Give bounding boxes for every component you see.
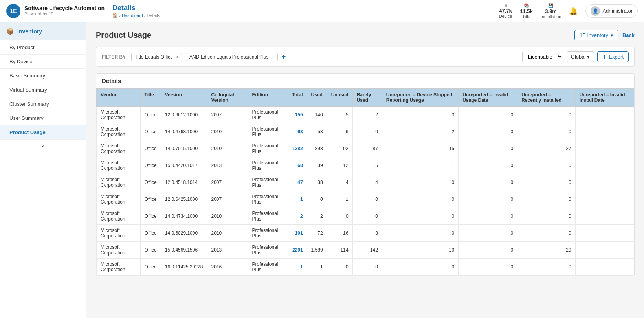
table-cell[interactable]: 101	[288, 225, 307, 242]
table-cell[interactable]: 1	[288, 191, 307, 208]
table-row: Microsoft CorporationOffice15.0.4420.101…	[97, 157, 634, 174]
sidebar-collapse-button[interactable]: ‹	[0, 140, 86, 152]
table-cell: 0	[327, 259, 352, 276]
global-dropdown[interactable]: Global ▾	[567, 51, 594, 62]
table-cell[interactable]: 1282	[288, 140, 307, 157]
table-container: Vendor Title Version Colloquial Version …	[96, 88, 634, 276]
table-cell: 0	[459, 140, 517, 157]
sidebar-item-by-device[interactable]: By Device	[0, 55, 86, 69]
table-cell: Microsoft Corporation	[97, 157, 141, 174]
table-cell[interactable]: 63	[288, 123, 307, 140]
table-cell: 0	[517, 259, 576, 276]
table-cell: 16	[327, 225, 352, 242]
sidebar-item-user-summary[interactable]: User Summary	[0, 111, 86, 125]
table-cell: 0	[517, 225, 576, 242]
table-cell: 3	[382, 107, 458, 123]
table-cell: 12.0.6425.1000	[161, 191, 207, 208]
table-cell: 12.0.6612.1000	[161, 107, 207, 123]
table-cell: 0	[459, 123, 517, 140]
table-cell: 0	[517, 208, 576, 225]
table-cell: 0	[459, 191, 517, 208]
filter-tag-edition-remove[interactable]: ×	[271, 54, 274, 60]
table-cell: 5	[352, 157, 382, 174]
table-cell: Microsoft Corporation	[97, 140, 141, 157]
export-label: Export	[609, 54, 624, 60]
table-cell: 1,589	[307, 242, 327, 259]
sidebar-item-cluster-summary[interactable]: Cluster Summary	[0, 97, 86, 111]
app-layout: 📦 Inventory By Product By Device Basic S…	[0, 22, 644, 318]
col-edition: Edition	[248, 89, 288, 107]
col-version: Version	[161, 89, 207, 107]
table-cell[interactable]: 47	[288, 174, 307, 191]
notification-bell-icon[interactable]: 🔔	[569, 7, 578, 15]
table-cell: 898	[307, 140, 327, 157]
back-button[interactable]: Back	[622, 32, 635, 38]
stat-title: 📚 11.5k Title	[520, 3, 533, 19]
details-header: Details	[96, 74, 634, 88]
table-cell	[575, 259, 634, 276]
table-cell: Microsoft Corporation	[97, 208, 141, 225]
table-cell	[575, 107, 634, 123]
sidebar-section-inventory[interactable]: 📦 Inventory	[0, 22, 86, 40]
table-cell: Office	[140, 191, 161, 208]
table-row: Microsoft CorporationOffice12.0.6425.100…	[97, 191, 634, 208]
main-content: Product Usage 1E Inventory ▾ Back FILTER…	[86, 22, 644, 318]
table-cell: Office	[140, 174, 161, 191]
table-cell: 0	[517, 157, 576, 174]
table-body: Microsoft CorporationOffice12.0.6612.100…	[97, 107, 634, 276]
sidebar-item-basic-summary[interactable]: Basic Summary	[0, 69, 86, 83]
top-header: 1E Software Lifecycle Automation Powered…	[0, 0, 644, 22]
breadcrumb-home[interactable]: 🏠	[112, 13, 118, 18]
table-cell[interactable]: 2	[288, 208, 307, 225]
table-cell: Microsoft Corporation	[97, 242, 141, 259]
licensable-select[interactable]: Licensable	[522, 51, 563, 62]
table-cell[interactable]: 155	[288, 107, 307, 123]
table-cell: 0	[517, 191, 576, 208]
user-menu[interactable]: 👤 Administrator	[585, 4, 638, 18]
logo-text: Software Lifecycle Automation Powered by…	[24, 5, 105, 17]
col-unused: Unused	[327, 89, 352, 107]
col-title: Title	[140, 89, 161, 107]
filter-tag-title-remove[interactable]: ×	[175, 54, 178, 60]
table-cell: 0	[382, 225, 458, 242]
table-cell: 0	[352, 208, 382, 225]
breadcrumb-dashboard[interactable]: Dashboard	[122, 13, 143, 18]
filter-add-button[interactable]: +	[282, 53, 286, 61]
sidebar-item-by-product[interactable]: By Product	[0, 40, 86, 55]
table-cell: 0	[459, 225, 517, 242]
collapse-icon: ‹	[42, 143, 44, 149]
table-cell: Microsoft Corporation	[97, 225, 141, 242]
table-cell	[575, 140, 634, 157]
filter-label: FILTER BY	[102, 54, 126, 60]
table-cell: 140	[307, 107, 327, 123]
global-chevron-icon: ▾	[587, 54, 590, 60]
table-cell: 14.0.6029.1000	[161, 225, 207, 242]
table-cell: 2010	[207, 140, 248, 157]
sidebar-item-product-usage[interactable]: Product Usage	[0, 125, 86, 140]
app-subtitle: Powered by 1E	[24, 11, 105, 17]
col-rarely: Rarely Used	[352, 89, 382, 107]
table-cell[interactable]: 1	[288, 259, 307, 276]
table-cell: 4	[352, 174, 382, 191]
table-cell: 15	[382, 140, 458, 157]
export-button[interactable]: ⬆ Export	[597, 51, 629, 62]
logo-area: 1E Software Lifecycle Automation Powered…	[6, 4, 105, 18]
table-cell[interactable]: 2201	[288, 242, 307, 259]
table-cell: 12.0.4518.1014	[161, 174, 207, 191]
chevron-down-icon: ▾	[611, 32, 613, 38]
col-vendor: Vendor	[97, 89, 141, 107]
inventory-dropdown-label: 1E Inventory	[580, 32, 608, 38]
table-cell: 27	[517, 140, 576, 157]
sidebar-item-virtual-summary[interactable]: Virtual Summary	[0, 83, 86, 97]
table-cell: Professional Plus	[248, 242, 288, 259]
table-cell: 39	[307, 157, 327, 174]
table-cell[interactable]: 68	[288, 157, 307, 174]
table-cell: Office	[140, 123, 161, 140]
table-cell	[575, 208, 634, 225]
table-cell: Office	[140, 208, 161, 225]
table-cell: 15.0.4420.1017	[161, 157, 207, 174]
sidebar: 📦 Inventory By Product By Device Basic S…	[0, 22, 86, 318]
inventory-dropdown[interactable]: 1E Inventory ▾	[574, 30, 618, 40]
installation-count: 3.9m	[545, 8, 557, 14]
table-cell	[575, 191, 634, 208]
